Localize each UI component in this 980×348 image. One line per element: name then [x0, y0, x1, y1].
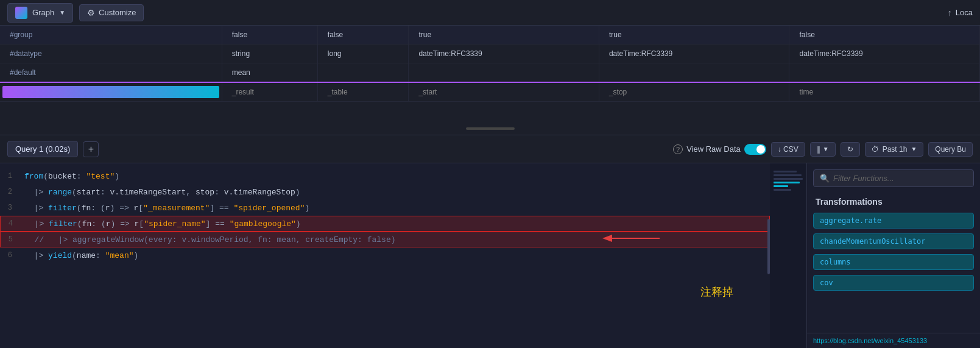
- table-cell: [409, 63, 599, 83]
- data-table: #group false false true true false #data…: [0, 26, 980, 102]
- table-cell: [599, 63, 789, 83]
- csv-button[interactable]: ↓ CSV: [771, 142, 805, 157]
- query-builder-button[interactable]: Query Bu: [928, 142, 973, 157]
- table-cell: string: [222, 44, 317, 63]
- code-lines: 1 from(bucket: "test") 2 |> range(start:…: [0, 163, 770, 268]
- line-number: 4: [1, 219, 20, 228]
- gear-icon: ⚙: [87, 8, 95, 18]
- minimap-line: [774, 178, 803, 180]
- line-number: 5: [1, 235, 20, 244]
- line-content: |> yield(name: "mean"): [19, 251, 770, 260]
- line-number: 2: [0, 188, 19, 196]
- table-cell: [789, 63, 980, 83]
- data-table-wrapper: #group false false true true false #data…: [0, 26, 980, 135]
- horizontal-scrollbar[interactable]: [466, 127, 515, 130]
- filter-functions-placeholder: Filter Functions...: [833, 174, 894, 183]
- function-pill-columns[interactable]: columns: [813, 254, 974, 270]
- pause-icon: ‖: [817, 145, 820, 154]
- query-tab[interactable]: Query 1 (0.02s): [7, 141, 78, 157]
- table-cell: [317, 63, 409, 83]
- function-pill-chande[interactable]: chandeMomentumOscillator: [813, 233, 974, 249]
- table-row: #datatype string long dateTime:RFC3339 d…: [0, 44, 980, 63]
- row-header: #datatype: [0, 44, 222, 63]
- locale-button[interactable]: ↑ Loca: [948, 8, 973, 18]
- table-cell: true: [409, 26, 599, 44]
- query-bar: Query 1 (0.02s) + ? View Raw Data ↓ CSV …: [0, 135, 980, 163]
- line-number: 1: [0, 172, 19, 180]
- search-icon: 🔍: [820, 174, 830, 183]
- time-range-button[interactable]: ⏱ Past 1h ▼: [865, 142, 924, 157]
- table-cell: _stop: [599, 82, 789, 102]
- table-cell: _table: [317, 82, 409, 102]
- code-line-5: 5 // |> aggregateWindow(every: v.windowP…: [0, 232, 770, 247]
- gradient-cell: [0, 82, 222, 102]
- table-cell: false: [222, 26, 317, 44]
- line-content: |> filter(fn: (r) => r["_measurement"] =…: [19, 204, 770, 213]
- code-line-3: 3 |> filter(fn: (r) => r["_measurement"]…: [0, 200, 770, 216]
- table-cell: _start: [409, 82, 599, 102]
- locale-label: Loca: [956, 8, 973, 17]
- filter-functions-container[interactable]: 🔍 Filter Functions...: [813, 169, 974, 187]
- graph-button[interactable]: Graph ▼: [7, 3, 73, 23]
- table-cell: false: [789, 26, 980, 44]
- add-query-button[interactable]: +: [83, 141, 99, 157]
- pause-button[interactable]: ‖ ▼: [810, 142, 836, 157]
- transformations-header: Transformations: [807, 193, 980, 210]
- view-raw-text: View Raw Data: [686, 144, 741, 154]
- line-content: |> range(start: v.timeRangeStart, stop: …: [19, 188, 770, 197]
- function-pill-cov[interactable]: cov: [813, 275, 974, 291]
- help-icon[interactable]: ?: [673, 144, 683, 154]
- graph-icon: [15, 7, 27, 19]
- table-row-partial: _result _table _start _stop time: [0, 82, 980, 102]
- view-raw-data-label: ? View Raw Data: [673, 144, 766, 155]
- customize-label: Customize: [99, 8, 136, 17]
- customize-button[interactable]: ⚙ Customize: [79, 4, 144, 21]
- table-row: #default mean: [0, 63, 980, 83]
- time-range-label: Past 1h: [883, 145, 908, 154]
- minimap-line: [774, 171, 797, 172]
- top-bar: Graph ▼ ⚙ Customize ↑ Loca: [0, 0, 980, 26]
- graph-label: Graph: [32, 8, 54, 17]
- row-header: #group: [0, 26, 222, 44]
- table-cell: dateTime:RFC3339: [789, 44, 980, 63]
- right-panel: 🔍 Filter Functions... Transformations ag…: [806, 163, 980, 348]
- table-cell: dateTime:RFC3339: [409, 44, 599, 63]
- chevron-down-icon: ▼: [911, 146, 917, 152]
- code-line-2: 2 |> range(start: v.timeRangeStart, stop…: [0, 184, 770, 200]
- code-line-6: 6 |> yield(name: "mean"): [0, 247, 770, 263]
- table-cell: true: [599, 26, 789, 44]
- line-content: |> filter(fn: (r) => r["spider_name"] ==…: [20, 219, 769, 229]
- cn-annotation: 注释掉: [700, 285, 733, 299]
- toggle-dot: [756, 145, 765, 154]
- view-raw-toggle[interactable]: [744, 144, 766, 155]
- upload-icon: ↑: [948, 8, 952, 18]
- code-line-1: 1 from(bucket: "test"): [0, 168, 770, 184]
- code-line-4: 4 |> filter(fn: (r) => r["spider_name"] …: [0, 216, 770, 232]
- refresh-button[interactable]: ↻: [841, 142, 860, 157]
- line-number: 3: [0, 204, 19, 212]
- table-cell: dateTime:RFC3339: [599, 44, 789, 63]
- chevron-down-icon: ▼: [59, 9, 65, 16]
- line-number: 6: [0, 251, 19, 260]
- clock-icon: ⏱: [872, 145, 879, 154]
- minimap-line: [774, 185, 788, 187]
- main-content: 1 from(bucket: "test") 2 |> range(start:…: [0, 163, 980, 348]
- code-editor[interactable]: 1 from(bucket: "test") 2 |> range(start:…: [0, 163, 770, 348]
- table-cell: time: [789, 82, 980, 102]
- table-cell: long: [317, 44, 409, 63]
- minimap-line: [774, 182, 800, 183]
- table-cell: mean: [222, 63, 317, 83]
- table-cell: _result: [222, 82, 317, 102]
- vertical-scrollbar[interactable]: [767, 219, 770, 274]
- minimap-lines: [771, 166, 805, 196]
- table-cell: false: [317, 26, 409, 44]
- bottom-url[interactable]: https://blog.csdn.net/weixin_45453133: [807, 333, 980, 348]
- minimap-line: [774, 174, 802, 176]
- row-header: #default: [0, 63, 222, 83]
- line-content: // |> aggregateWindow(every: v.windowPer…: [20, 235, 769, 244]
- chevron-down-icon: ▼: [823, 146, 829, 152]
- function-pill-aggregate-rate[interactable]: aggregate.rate: [813, 213, 974, 229]
- table-row: #group false false true true false: [0, 26, 980, 44]
- minimap: [770, 163, 806, 348]
- minimap-line: [774, 189, 791, 191]
